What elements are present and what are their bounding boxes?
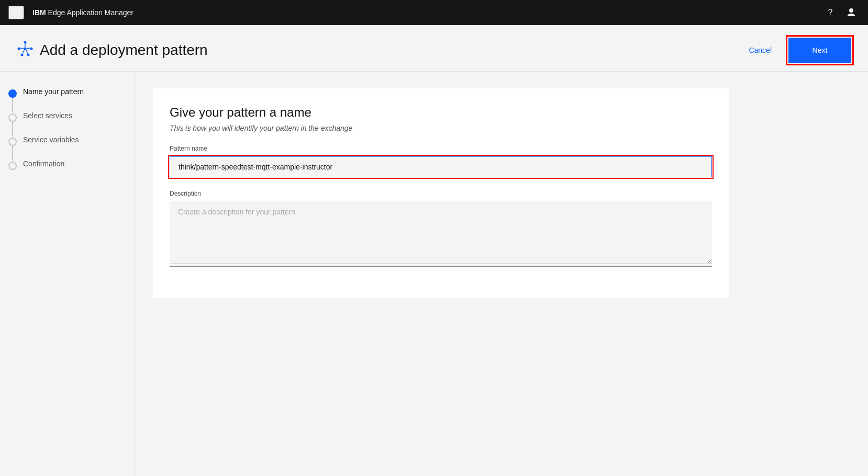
- svg-point-1: [18, 47, 20, 50]
- svg-line-10: [26, 50, 28, 54]
- page-title-area: Add a deployment pattern: [17, 40, 208, 61]
- form-card: Give your pattern a name This is how you…: [153, 88, 729, 298]
- stepper-sidebar: Name your pattern Select services Servic…: [0, 72, 136, 476]
- svg-point-3: [21, 53, 24, 56]
- pattern-name-label: Pattern name: [170, 145, 712, 152]
- step-circle-1: [8, 89, 17, 98]
- svg-point-2: [30, 47, 33, 50]
- page-title: Add a deployment pattern: [40, 42, 208, 59]
- svg-line-8: [27, 48, 30, 49]
- step-label-3: Service variables: [23, 135, 79, 144]
- step-service-variables: Service variables: [8, 137, 127, 161]
- step-select-services: Select services: [8, 112, 127, 137]
- help-icon: ?: [828, 8, 833, 17]
- svg-point-4: [27, 53, 30, 56]
- pattern-name-input[interactable]: [170, 156, 712, 177]
- step-label-1: Name your pattern: [23, 87, 84, 96]
- step-circle-4: [8, 162, 17, 170]
- next-button[interactable]: Next: [788, 38, 851, 63]
- step-circle-2: [8, 114, 17, 122]
- main-layout: Name your pattern Select services Servic…: [0, 72, 868, 476]
- step-circle-3: [8, 138, 17, 146]
- svg-point-5: [24, 47, 27, 50]
- help-icon-button[interactable]: ?: [822, 4, 839, 21]
- hamburger-menu-button[interactable]: [8, 6, 24, 19]
- header-actions: Cancel Next: [740, 38, 851, 63]
- svg-point-0: [24, 41, 27, 43]
- app-title: IBM Edge Application Manager: [32, 8, 133, 17]
- resize-handle[interactable]: [705, 259, 711, 265]
- description-group: Description: [170, 190, 712, 267]
- svg-line-9: [23, 50, 25, 54]
- topnav-right-icons: ?: [822, 4, 860, 21]
- step-confirmation: Confirmation: [8, 161, 127, 168]
- step-label-2: Select services: [23, 111, 72, 120]
- user-icon: [846, 7, 856, 18]
- page-header: Add a deployment pattern Cancel Next: [0, 25, 868, 72]
- step-label-4: Confirmation: [23, 160, 64, 168]
- svg-line-7: [20, 48, 24, 49]
- top-navigation: IBM Edge Application Manager ?: [0, 0, 868, 25]
- form-card-title: Give your pattern a name: [170, 105, 712, 120]
- step-name-pattern: Name your pattern: [8, 88, 127, 112]
- deployment-pattern-icon: [17, 40, 34, 61]
- description-textarea[interactable]: [170, 201, 712, 264]
- pattern-name-group: Pattern name: [170, 145, 712, 177]
- description-label: Description: [170, 190, 712, 197]
- content-area: Give your pattern a name This is how you…: [136, 72, 868, 476]
- user-icon-button[interactable]: [843, 4, 860, 21]
- form-card-subtitle: This is how you will identify your patte…: [170, 124, 712, 132]
- cancel-button[interactable]: Cancel: [740, 42, 780, 59]
